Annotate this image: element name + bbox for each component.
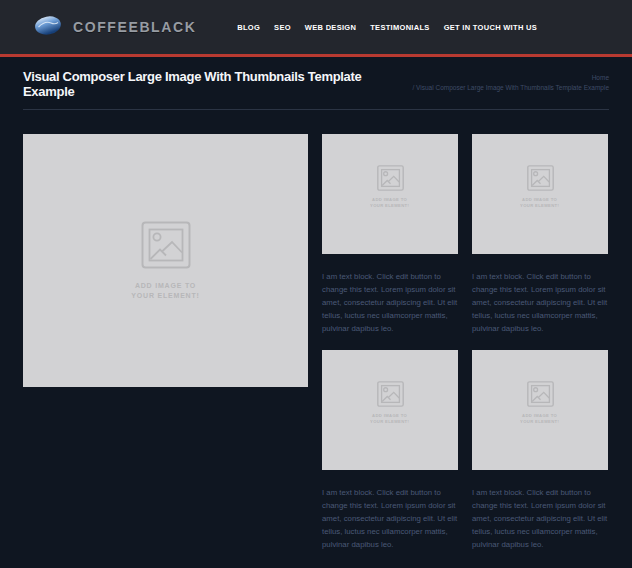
text-block: I am text block. Click edit button to ch… bbox=[322, 270, 458, 335]
page-head: Visual Composer Large Image With Thumbna… bbox=[23, 57, 609, 99]
text-block: I am text block. Click edit button to ch… bbox=[472, 486, 608, 551]
image-icon bbox=[527, 381, 554, 411]
title-divider bbox=[23, 109, 609, 110]
thumb-cell-1: ADD IMAGE TO YOUR ELEMENT! I am text blo… bbox=[322, 134, 458, 335]
image-icon bbox=[377, 165, 404, 195]
text-block: I am text block. Click edit button to ch… bbox=[472, 270, 608, 335]
breadcrumb: Home / Visual Composer Large Image With … bbox=[412, 69, 609, 93]
nav-item-testimonials[interactable]: TESTIMONIALS bbox=[370, 23, 429, 32]
placeholder-label: ADD IMAGE TO YOUR ELEMENT! bbox=[520, 197, 559, 208]
image-icon bbox=[527, 165, 554, 195]
image-icon bbox=[141, 221, 191, 273]
placeholder-label: ADD IMAGE TO YOUR ELEMENT! bbox=[131, 281, 199, 300]
thumbnail-grid: ADD IMAGE TO YOUR ELEMENT! I am text blo… bbox=[322, 134, 608, 551]
thumbnail-image-placeholder: ADD IMAGE TO YOUR ELEMENT! bbox=[322, 134, 458, 254]
page-content: Visual Composer Large Image With Thumbna… bbox=[0, 57, 632, 551]
thumb-cell-2: ADD IMAGE TO YOUR ELEMENT! I am text blo… bbox=[472, 134, 608, 335]
thumbnail-image-placeholder: ADD IMAGE TO YOUR ELEMENT! bbox=[472, 350, 608, 470]
content-layout: ADD IMAGE TO YOUR ELEMENT! bbox=[23, 134, 609, 551]
brand-name: COFFEEBLACK bbox=[73, 19, 196, 35]
breadcrumb-home-link[interactable]: Home bbox=[592, 73, 609, 83]
nav-item-blog[interactable]: BLOG bbox=[237, 23, 260, 32]
thumbnail-image-placeholder: ADD IMAGE TO YOUR ELEMENT! bbox=[472, 134, 608, 254]
thumbnail-image-placeholder: ADD IMAGE TO YOUR ELEMENT! bbox=[322, 350, 458, 470]
breadcrumb-current-label: Visual Composer Large Image With Thumbna… bbox=[416, 84, 609, 91]
site-header: COFFEEBLACK BLOG SEO WEB DESIGN TESTIMON… bbox=[0, 0, 632, 57]
breadcrumb-separator: / bbox=[412, 84, 414, 91]
image-icon bbox=[377, 381, 404, 411]
breadcrumb-current: / Visual Composer Large Image With Thumb… bbox=[412, 83, 609, 93]
thumb-cell-3: ADD IMAGE TO YOUR ELEMENT! I am text blo… bbox=[322, 350, 458, 551]
logo[interactable]: COFFEEBLACK bbox=[33, 14, 196, 41]
placeholder-label: ADD IMAGE TO YOUR ELEMENT! bbox=[370, 413, 409, 424]
nav-item-get-in-touch[interactable]: GET IN TOUCH WITH US bbox=[444, 23, 537, 32]
large-image-placeholder: ADD IMAGE TO YOUR ELEMENT! bbox=[23, 134, 308, 387]
placeholder-label: ADD IMAGE TO YOUR ELEMENT! bbox=[520, 413, 559, 424]
text-block: I am text block. Click edit button to ch… bbox=[322, 486, 458, 551]
logo-coffee-bean-icon bbox=[33, 14, 63, 41]
placeholder-label: ADD IMAGE TO YOUR ELEMENT! bbox=[370, 197, 409, 208]
nav-item-web-design[interactable]: WEB DESIGN bbox=[305, 23, 356, 32]
thumb-cell-4: ADD IMAGE TO YOUR ELEMENT! I am text blo… bbox=[472, 350, 608, 551]
nav-item-seo[interactable]: SEO bbox=[274, 23, 291, 32]
page-title: Visual Composer Large Image With Thumbna… bbox=[23, 69, 408, 99]
main-nav: BLOG SEO WEB DESIGN TESTIMONIALS GET IN … bbox=[237, 23, 537, 32]
